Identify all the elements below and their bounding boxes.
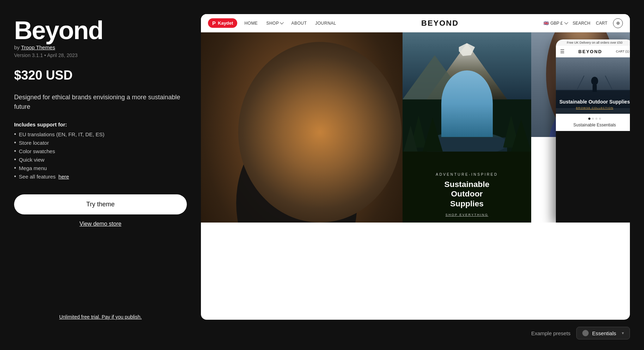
try-theme-button[interactable]: Try theme bbox=[14, 194, 187, 214]
mobile-collection-label: Sustainable Essentials bbox=[560, 123, 629, 127]
feature-store: Store locator bbox=[14, 139, 187, 146]
hero-right-column: Free UK Delivery on all orders over £50 … bbox=[531, 32, 630, 223]
mobile-cart-label[interactable]: CART (1) bbox=[616, 50, 629, 53]
dot-3 bbox=[595, 118, 597, 120]
preview-site-title: BEYOND bbox=[343, 19, 537, 28]
theme-by: by Troop Themes bbox=[14, 44, 187, 50]
mobile-nav-bar: ☰ BEYOND CART (1) bbox=[556, 46, 630, 57]
search-label[interactable]: SEARCH bbox=[573, 21, 590, 26]
svg-rect-39 bbox=[593, 85, 597, 92]
currency-chevron-icon bbox=[564, 20, 568, 24]
see-all-link[interactable]: here bbox=[59, 174, 69, 180]
nav-home[interactable]: HOME bbox=[244, 21, 258, 26]
features-list: EU translations (EN, FR, IT, DE, ES) Sto… bbox=[14, 131, 187, 182]
currency-label: GBP £ bbox=[550, 21, 563, 26]
hero-nature-column: ADVENTURE-INSPIRED Sustainable Outdoor S… bbox=[403, 32, 531, 223]
by-label: by bbox=[14, 44, 20, 50]
svg-point-7 bbox=[312, 119, 362, 187]
svg-point-4 bbox=[266, 70, 337, 115]
dot-2 bbox=[592, 118, 594, 120]
svg-point-6 bbox=[264, 123, 339, 163]
svg-text:Supplies: Supplies bbox=[450, 199, 484, 208]
kaydet-badge: P Kaydet bbox=[208, 18, 237, 28]
preview-panel: P Kaydet HOME SHOP ABOUT JOURNAL BEYOND … bbox=[201, 14, 630, 320]
mobile-site-name: BEYOND bbox=[578, 49, 602, 54]
mobile-mockup: Free UK Delivery on all orders over £50 … bbox=[556, 39, 630, 223]
free-trial-text: Unlimited free trial. Pay if you publish… bbox=[14, 314, 187, 320]
mobile-carousel-dots bbox=[560, 118, 629, 120]
nav-about[interactable]: ABOUT bbox=[291, 21, 307, 26]
preview-hero: ADVENTURE-INSPIRED Sustainable Outdoor S… bbox=[201, 32, 630, 223]
preview-nav: HOME SHOP ABOUT JOURNAL bbox=[244, 21, 336, 26]
svg-text:ADVENTURE-INSPIRED: ADVENTURE-INSPIRED bbox=[436, 173, 498, 176]
svg-rect-8 bbox=[345, 132, 357, 152]
view-demo-link[interactable]: View demo store bbox=[14, 221, 187, 227]
mobile-browse-link[interactable]: BROWSE COLLECTION bbox=[556, 106, 630, 110]
preview-header: P Kaydet HOME SHOP ABOUT JOURNAL BEYOND … bbox=[201, 14, 630, 32]
mobile-hero-title: Sustainable Outdoor Supplies bbox=[556, 99, 630, 105]
cart-label[interactable]: CART bbox=[596, 21, 607, 26]
svg-point-2 bbox=[236, 123, 357, 223]
preset-chevron-icon: ▾ bbox=[622, 331, 624, 336]
feature-swatches: Color swatches bbox=[14, 148, 187, 154]
mobile-hamburger-icon[interactable]: ☰ bbox=[560, 49, 565, 54]
svg-rect-9 bbox=[322, 173, 352, 213]
mobile-hero-image: Sustainable Outdoor Supplies BROWSE COLL… bbox=[556, 57, 630, 114]
left-panel: Beyond by Troop Themes Version 3.1.1 • A… bbox=[14, 14, 187, 320]
theme-title: Beyond bbox=[14, 18, 187, 43]
nav-shop[interactable]: SHOP bbox=[266, 21, 283, 26]
uk-flag-icon: 🇬🇧 bbox=[544, 21, 549, 26]
pinterest-icon: P bbox=[212, 20, 216, 26]
author-link[interactable]: Troop Themes bbox=[21, 44, 55, 50]
currency-selector[interactable]: 🇬🇧 GBP £ bbox=[544, 21, 567, 26]
feature-seeall: See all features here bbox=[14, 173, 187, 180]
presets-label: Example presets bbox=[531, 330, 571, 336]
svg-rect-5 bbox=[266, 92, 337, 107]
svg-point-38 bbox=[591, 77, 598, 85]
svg-rect-1 bbox=[201, 32, 403, 223]
theme-price: $320 USD bbox=[14, 68, 187, 83]
theme-description: Designed for ethical brands envisioning … bbox=[14, 93, 187, 112]
presets-selector[interactable]: Essentials ▾ bbox=[576, 327, 630, 339]
main-content: Beyond by Troop Themes Version 3.1.1 • A… bbox=[14, 14, 630, 320]
hero-nature-image: ADVENTURE-INSPIRED Sustainable Outdoor S… bbox=[403, 32, 531, 223]
theme-version: Version 3.1.1 • April 28, 2023 bbox=[14, 52, 187, 58]
preview-header-right: 🇬🇧 GBP £ SEARCH CART ⊕ bbox=[544, 18, 623, 28]
feature-megamenu: Mega menu bbox=[14, 165, 187, 171]
woman-svg bbox=[201, 32, 403, 223]
dot-1 bbox=[588, 118, 590, 120]
hero-woman-column bbox=[201, 32, 403, 223]
nature-svg: ADVENTURE-INSPIRED Sustainable Outdoor S… bbox=[403, 32, 531, 223]
preset-name: Essentials bbox=[592, 330, 616, 336]
svg-text:Outdoor: Outdoor bbox=[451, 189, 483, 198]
mobile-bottom: Sustainable Essentials bbox=[556, 114, 630, 131]
svg-point-3 bbox=[269, 75, 335, 150]
feature-eu: EU translations (EN, FR, IT, DE, ES) bbox=[14, 131, 187, 137]
svg-text:Sustainable: Sustainable bbox=[444, 180, 490, 189]
svg-text:SHOP EVERYTHING: SHOP EVERYTHING bbox=[446, 213, 488, 217]
free-trial-suffix: . Pay if you publish. bbox=[99, 314, 142, 320]
includes-label: Includes support for: bbox=[14, 121, 187, 127]
hero-woman-image bbox=[201, 32, 403, 223]
feature-quickview: Quick view bbox=[14, 156, 187, 163]
search-icon[interactable]: ⊕ bbox=[613, 18, 623, 28]
bottom-bar: Example presets Essentials ▾ bbox=[14, 320, 630, 339]
preset-dot-icon bbox=[582, 330, 589, 336]
nav-journal[interactable]: JOURNAL bbox=[315, 21, 336, 26]
badge-text: Kaydet bbox=[218, 20, 233, 26]
page-wrapper: Beyond by Troop Themes Version 3.1.1 • A… bbox=[0, 0, 644, 350]
shop-chevron-icon bbox=[280, 20, 284, 24]
free-trial-label: Unlimited free trial bbox=[59, 314, 99, 320]
mobile-delivery-bar: Free UK Delivery on all orders over £50 bbox=[556, 39, 630, 46]
dot-4 bbox=[599, 118, 601, 120]
